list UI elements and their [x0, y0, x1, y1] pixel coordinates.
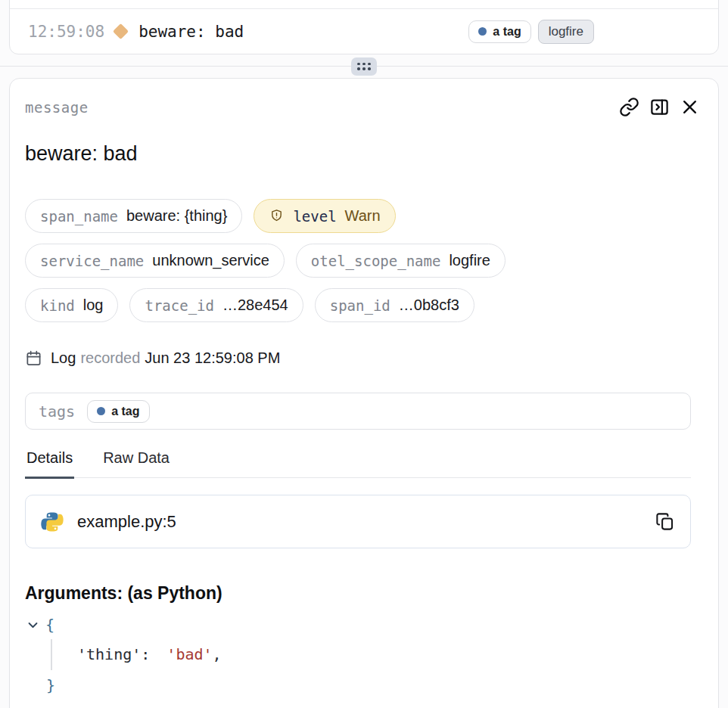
pill-service-name[interactable]: service_name unknown_service [25, 244, 285, 278]
panel-label: message [25, 99, 89, 116]
open-side-panel-button[interactable] [649, 97, 670, 117]
pill-value: unknown_service [152, 252, 269, 269]
code-string-value: 'bad' [166, 645, 212, 663]
log-list-card: 12:59:08 beware: bad a tag logfire [9, 0, 719, 54]
source-location-card[interactable]: example.py:5 [25, 495, 691, 548]
log-row-above [10, 0, 718, 9]
log-timestamp: 12:59:08 [28, 23, 104, 41]
recorded-timestamp-row: Log recorded Jun 23 12:59:08 PM [25, 349, 703, 367]
tag-dot-icon [97, 407, 105, 415]
panel-title: beware: bad [25, 142, 703, 166]
pill-level-warn[interactable]: level Warn [254, 199, 395, 233]
tag-chip-label: a tag [493, 25, 521, 39]
split-divider [0, 54, 728, 78]
copy-icon [655, 511, 675, 532]
log-level-diamond-icon [113, 23, 129, 39]
pill-key: span_id [330, 297, 390, 314]
pill-key: kind [40, 297, 75, 314]
log-row-badges: a tag logfire [468, 20, 594, 44]
pill-key: trace_id [145, 297, 214, 314]
recorded-kind: Log [51, 349, 76, 367]
log-message: beware: bad [138, 23, 244, 41]
code-open-line: { [25, 610, 703, 639]
code-key: 'thing' [77, 645, 141, 663]
arguments-code-block: { 'thing':'bad', } [25, 610, 703, 701]
pill-trace-id[interactable]: trace_id …28e454 [129, 288, 303, 322]
pill-value: logfire [449, 252, 490, 269]
detail-tabs: Details Raw Data [25, 449, 691, 478]
pill-span-id[interactable]: span_id …0b8cf3 [315, 288, 474, 322]
tag-chip[interactable]: a tag [87, 400, 149, 423]
pill-span-name[interactable]: span_name beware: {thing} [25, 199, 242, 233]
shield-warning-icon [269, 208, 285, 224]
pill-value: …0b8cf3 [399, 297, 459, 314]
pill-value: beware: {thing} [126, 207, 227, 225]
panel-header: message [25, 97, 703, 117]
close-icon [680, 97, 700, 117]
recorded-datetime: Jun 23 12:59:08 PM [145, 349, 280, 367]
copy-source-button[interactable] [655, 511, 675, 532]
pill-kind[interactable]: kind log [25, 288, 118, 322]
chevron-down-icon[interactable] [26, 619, 39, 632]
arguments-heading: Arguments: (as Python) [25, 583, 703, 604]
attribute-pill-row-2: service_name unknown_service otel_scope_… [25, 244, 703, 278]
attribute-pill-row-1: span_name beware: {thing} level Warn [25, 199, 703, 233]
pill-value: log [83, 297, 104, 314]
close-panel-button[interactable] [680, 97, 700, 117]
tag-chip-label: a tag [111, 405, 139, 418]
tab-raw-data[interactable]: Raw Data [101, 449, 171, 479]
drag-handle[interactable] [351, 57, 377, 76]
pill-key: level [293, 208, 336, 225]
detail-panel: message beware: bad span_name beware: {t… [9, 78, 719, 708]
drag-dots-icon [357, 63, 371, 70]
pill-key: service_name [40, 253, 144, 269]
copy-link-button[interactable] [619, 97, 639, 117]
pill-value: Warn [345, 207, 381, 225]
recorded-verb: recorded [80, 349, 140, 367]
pill-key: span_name [40, 208, 118, 225]
code-body-line: 'thing':'bad', [51, 639, 703, 670]
close-brace: } [46, 676, 55, 694]
tab-details[interactable]: Details [25, 449, 74, 479]
python-logo-icon [41, 511, 64, 533]
tags-label: tags [39, 402, 75, 421]
code-close-line: } [25, 670, 703, 701]
link-icon [619, 97, 639, 117]
tags-field: tags a tag [25, 393, 691, 430]
tag-dot-icon [478, 27, 487, 36]
open-brace: { [45, 616, 54, 634]
source-file-label: example.py:5 [77, 512, 176, 532]
pill-key: otel_scope_name [311, 253, 441, 269]
scope-badge[interactable]: logfire [538, 20, 594, 44]
side-panel-icon [649, 97, 670, 117]
log-row[interactable]: 12:59:08 beware: bad a tag logfire [10, 9, 718, 54]
code-comma: , [213, 645, 222, 663]
code-colon: : [141, 645, 150, 663]
attribute-pill-row-3: kind log trace_id …28e454 span_id …0b8cf… [25, 288, 703, 322]
pill-otel-scope-name[interactable]: otel_scope_name logfire [296, 244, 506, 278]
pill-value: …28e454 [222, 297, 288, 314]
tag-chip[interactable]: a tag [468, 20, 530, 43]
panel-actions [619, 97, 700, 117]
calendar-icon [25, 349, 42, 367]
